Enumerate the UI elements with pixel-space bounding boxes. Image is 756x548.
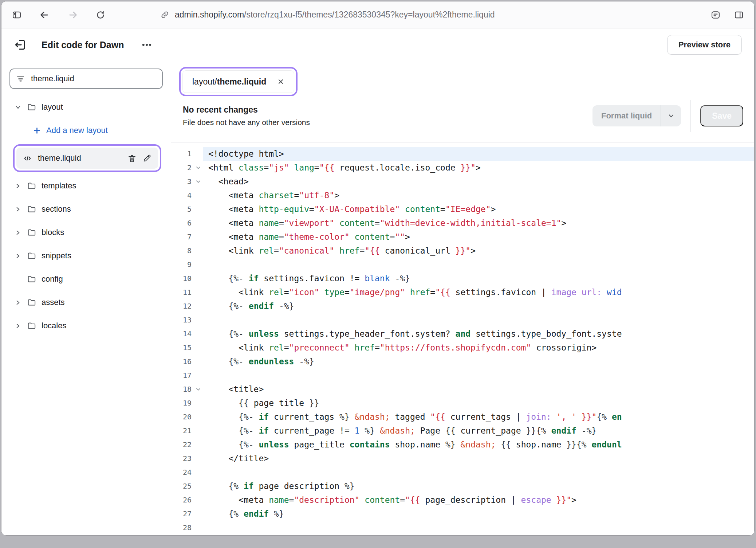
sidebar-item-locales[interactable]: locales (9, 314, 163, 337)
code-line[interactable]: 2<html class="js" lang="{{ request.local… (171, 161, 754, 175)
back-icon[interactable] (39, 9, 50, 20)
code-text[interactable]: {% if page_description %} (203, 479, 754, 493)
code-text[interactable] (203, 465, 754, 479)
code-text[interactable]: <head> (203, 175, 754, 188)
address-bar[interactable]: admin.shopify.com/store/rzq1xu-f5/themes… (160, 10, 495, 20)
close-icon[interactable] (277, 78, 284, 85)
chevron-down-icon[interactable] (661, 105, 681, 126)
code-text[interactable]: <meta name="theme-color" content=""> (203, 230, 754, 244)
code-line[interactable]: 5 <meta http-equiv="X-UA-Compatible" con… (171, 202, 754, 216)
code-text[interactable] (203, 258, 754, 271)
code-text[interactable]: </title> (203, 451, 754, 465)
code-text[interactable]: <link rel="preconnect" href="https://fon… (203, 341, 754, 355)
chevron-right-icon[interactable] (14, 229, 22, 236)
code-text[interactable] (203, 313, 754, 327)
pencil-icon[interactable] (142, 154, 151, 163)
code-text[interactable]: {%- unless settings.type_header_font.sys… (203, 327, 754, 341)
code-text[interactable]: {%- unless page_title contains shop.name… (203, 438, 754, 451)
search-input[interactable] (31, 74, 156, 83)
code-line[interactable]: 10 {%- if settings.favicon != blank -%} (171, 271, 754, 285)
code-text[interactable]: <link rel="icon" type="image/png" href="… (203, 285, 754, 299)
code-line[interactable]: 15 <link rel="preconnect" href="https://… (171, 341, 754, 355)
code-text[interactable]: {%- if current_page != 1 %} &ndash; Page… (203, 424, 754, 438)
tab-theme-liquid[interactable]: layout/theme.liquid (182, 70, 294, 93)
trash-icon[interactable] (127, 154, 137, 163)
code-text[interactable]: <meta charset="utf-8"> (203, 188, 754, 202)
code-text[interactable] (203, 368, 754, 382)
chevron-right-icon[interactable] (14, 299, 22, 306)
code-text[interactable]: <link rel="canonical" href="{{ canonical… (203, 244, 754, 258)
chevron-right-icon[interactable] (14, 183, 22, 189)
sidebar-toggle-icon[interactable] (12, 10, 22, 20)
sidebar-item-templates[interactable]: templates (9, 174, 163, 197)
code-line[interactable]: 6 <meta name="viewport" content="width=d… (171, 216, 754, 230)
sidebar-item-snippets[interactable]: snippets (9, 244, 163, 267)
reload-icon[interactable] (95, 10, 106, 20)
preview-store-button[interactable]: Preview store (667, 35, 742, 55)
code-line[interactable]: 14 {%- unless settings.type_header_font.… (171, 327, 754, 341)
code-text[interactable]: <!doctype html> (203, 147, 754, 161)
code-line[interactable]: 19 {{ page_title }} (171, 396, 754, 410)
format-liquid-button[interactable]: Format liquid (592, 105, 681, 126)
fold-icon[interactable] (193, 175, 203, 188)
code-line[interactable]: 13 (171, 313, 754, 327)
code-line[interactable]: 11 <link rel="icon" type="image/png" hre… (171, 285, 754, 299)
add-new-layout-button[interactable]: Add a new layout (9, 119, 163, 142)
gutter: 20 (171, 410, 203, 424)
code-text[interactable]: {{ page_title }} (203, 396, 754, 410)
code-text[interactable]: {%- if settings.favicon != blank -%} (203, 271, 754, 285)
fold-icon[interactable] (193, 382, 203, 396)
code-line[interactable]: 28 (171, 521, 754, 535)
code-line[interactable]: 9 (171, 258, 754, 271)
code-line[interactable]: 17 (171, 368, 754, 382)
sidebar-item-config[interactable]: config (9, 267, 163, 291)
code-line[interactable]: 3 <head> (171, 175, 754, 188)
code-text[interactable] (203, 521, 754, 535)
chevron-right-icon[interactable] (14, 253, 22, 259)
code-text[interactable]: <meta name="viewport" content="width=dev… (203, 216, 754, 230)
code-text[interactable]: <html class="js" lang="{{ request.locale… (203, 161, 754, 175)
save-button[interactable]: Save (700, 105, 743, 126)
code-line[interactable]: 18 <title> (171, 382, 754, 396)
chevron-right-icon[interactable] (14, 322, 22, 329)
code-text[interactable]: {% endif %} (203, 507, 754, 521)
code-line[interactable]: 20 {%- if current_tags %} &ndash; tagged… (171, 410, 754, 424)
sidebar-item-blocks[interactable]: blocks (9, 221, 163, 244)
code-line[interactable]: 25 {% if page_description %} (171, 479, 754, 493)
code-line[interactable]: 26 <meta name="description" content="{{ … (171, 493, 754, 507)
code-text[interactable]: {% render 'meta-tags' %} (203, 535, 754, 535)
gutter: 28 (171, 521, 203, 535)
split-view-icon[interactable] (734, 10, 744, 20)
sidebar-item-layout[interactable]: layout (9, 95, 163, 119)
code-line[interactable]: 23 </title> (171, 451, 754, 465)
code-text[interactable]: <meta name="description" content="{{ pag… (203, 493, 754, 507)
code-text[interactable]: {%- endunless -%} (203, 355, 754, 368)
sidebar-item-assets[interactable]: assets (9, 291, 163, 314)
code-line[interactable]: 21 {%- if current_page != 1 %} &ndash; P… (171, 424, 754, 438)
code-text[interactable]: {%- if current_tags %} &ndash; tagged "{… (203, 410, 754, 424)
code-text[interactable]: <meta http-equiv="X-UA-Compatible" conte… (203, 202, 754, 216)
code-line[interactable]: 7 <meta name="theme-color" content=""> (171, 230, 754, 244)
code-line[interactable]: 8 <link rel="canonical" href="{{ canonic… (171, 244, 754, 258)
code-line[interactable]: 12 {%- endif -%} (171, 299, 754, 313)
exit-icon[interactable] (14, 38, 27, 51)
more-actions-icon[interactable] (141, 39, 153, 51)
chevron-right-icon[interactable] (14, 206, 22, 213)
fold-icon[interactable] (193, 161, 203, 175)
chevron-down-icon[interactable] (14, 104, 22, 111)
forward-icon[interactable] (68, 9, 79, 20)
extensions-icon[interactable] (710, 10, 721, 20)
code-line[interactable]: 22 {%- unless page_title contains shop.n… (171, 438, 754, 451)
code-line[interactable]: 16 {%- endunless -%} (171, 355, 754, 368)
code-line[interactable]: 24 (171, 465, 754, 479)
code-line[interactable]: 4 <meta charset="utf-8"> (171, 188, 754, 202)
sidebar-item-sections[interactable]: sections (9, 197, 163, 221)
code-line[interactable]: 29 {% render 'meta-tags' %} (171, 535, 754, 535)
code-text[interactable]: <title> (203, 382, 754, 396)
code-editor[interactable]: 1<!doctype html>2<html class="js" lang="… (171, 142, 754, 535)
code-text[interactable]: {%- endif -%} (203, 299, 754, 313)
file-search-box[interactable] (9, 68, 163, 89)
code-line[interactable]: 1<!doctype html> (171, 147, 754, 161)
code-line[interactable]: 27 {% endif %} (171, 507, 754, 521)
sidebar-item-theme-liquid[interactable]: theme.liquid (16, 148, 158, 169)
